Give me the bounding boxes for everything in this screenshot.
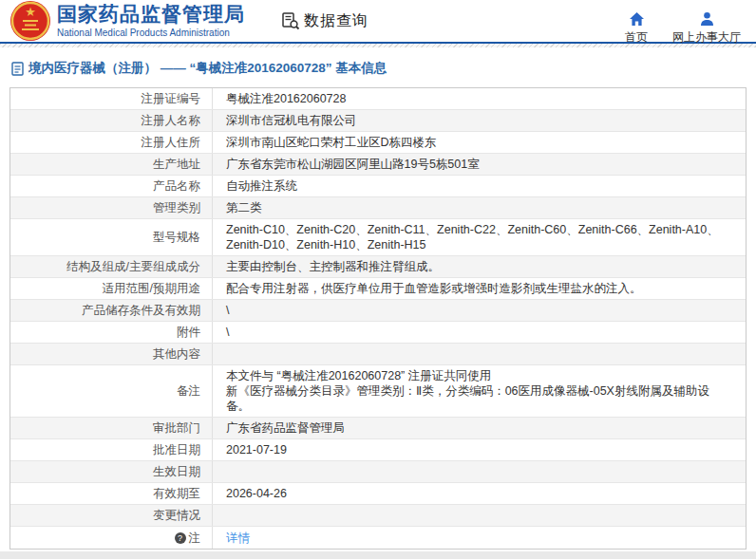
row-label: 生效日期: [10, 461, 213, 482]
row-label: 附件: [10, 322, 213, 343]
row-value: Zenith-C10、Zenith-C20、Zenith-C11、Zenith-…: [213, 219, 746, 255]
row-value: 详情: [213, 528, 746, 549]
row-label-text: 有效期至: [153, 486, 200, 501]
footer-strip: [0, 551, 756, 559]
row-value: 第二类: [213, 197, 746, 218]
row-value: 广东省东莞市松山湖园区阿里山路19号5栋501室: [213, 154, 746, 175]
table-row: 注册人住所深圳市南山区蛇口荣村工业区D栋四楼东: [10, 132, 746, 154]
table-row: 审批部门广东省药品监督管理局: [10, 418, 746, 439]
row-label: 批准日期: [10, 439, 213, 460]
row-label: 有效期至: [10, 483, 213, 504]
row-label: 其他内容: [10, 344, 213, 364]
row-label: 生产地址: [10, 154, 213, 175]
home-label: 首页: [625, 29, 648, 46]
row-value: 配合专用注射器，供医疗单位用于血管造影或增强时造影剂或生理盐水的注入。: [213, 278, 746, 299]
row-label: 型号规格: [10, 219, 213, 255]
table-row: 产品储存条件及有效期\: [10, 300, 746, 322]
row-value: 主要由控制台、主控制器和推注臂组成。: [213, 256, 746, 277]
table-row: 批准日期2021-07-19: [10, 439, 746, 461]
row-label-text: 注册人住所: [142, 135, 201, 150]
row-label-text: 批准日期: [153, 442, 200, 457]
row-label-text: 注册人名称: [142, 113, 201, 128]
row-value: 本文件与 “粤械注准20162060728” 注册证共同使用新《医疗器械分类目录…: [213, 365, 746, 417]
row-label: 注册人名称: [10, 110, 213, 131]
row-label-text: 适用范围/预期用途: [103, 281, 200, 296]
row-value: 深圳市信冠机电有限公司: [213, 110, 746, 131]
breadcrumb: 境内医疗器械（注册） —— “粤械注准20162060728” 基本信息: [0, 47, 756, 87]
table-row: ?注详情: [10, 527, 746, 549]
row-label-text: 生效日期: [153, 464, 200, 479]
row-value: 粤械注准20162060728: [213, 88, 746, 109]
row-label: 变更情况: [10, 505, 213, 526]
service-hall-nav[interactable]: 网上办事大厅: [672, 11, 741, 46]
home-nav[interactable]: 首页: [625, 11, 648, 46]
row-label: 产品储存条件及有效期: [10, 300, 213, 321]
data-query-nav[interactable]: 数据查询: [281, 11, 369, 31]
table-row: 生效日期: [10, 461, 746, 483]
national-emblem-logo: ★: [9, 0, 51, 42]
row-label: 产品名称: [10, 176, 213, 196]
row-label: 审批部门: [10, 418, 213, 438]
breadcrumb-text: 境内医疗器械（注册） —— “粤械注准20162060728” 基本信息: [28, 60, 387, 77]
data-query-label: 数据查询: [304, 11, 369, 31]
table-row: 其他内容: [10, 344, 746, 365]
table-row: 生产地址广东省东莞市松山湖园区阿里山路19号5栋501室: [10, 154, 746, 176]
row-label-text: 产品储存条件及有效期: [82, 303, 200, 318]
row-value-line: 本文件与 “粤械注准20162060728” 注册证共同使用: [226, 368, 732, 383]
row-value: 广东省药品监督管理局: [213, 418, 746, 438]
row-value: [213, 469, 746, 475]
row-label: 注册人住所: [10, 132, 213, 153]
row-value: 自动推注系统: [213, 176, 746, 196]
top-right-nav: 首页 网上办事大厅: [625, 11, 741, 46]
row-value-line: 新《医疗器械分类目录》管理类别：Ⅱ类，分类编码：06医用成像器械-05X射线附属…: [226, 383, 732, 414]
note-icon: ?: [175, 532, 186, 544]
org-names: 国家药品监督管理局 National Medical Products Admi…: [57, 3, 245, 39]
row-value: 2026-04-26: [213, 483, 746, 504]
row-value: \: [213, 300, 746, 321]
table-row: 注册人名称深圳市信冠机电有限公司: [10, 110, 746, 132]
info-table: 注册证编号粤械注准20162060728注册人名称深圳市信冠机电有限公司注册人住…: [9, 87, 747, 550]
row-label: 结构及组成/主要组成成分: [10, 256, 213, 277]
row-label-text: 其他内容: [153, 346, 200, 362]
row-label: 适用范围/预期用途: [10, 278, 213, 299]
table-row: 备注本文件与 “粤械注准20162060728” 注册证共同使用新《医疗器械分类…: [10, 365, 746, 418]
table-row: 变更情况: [10, 505, 746, 527]
page: ★ 国家药品监督管理局 National Medical Products Ad…: [0, 0, 756, 559]
row-value: [213, 512, 746, 518]
row-value: 深圳市南山区蛇口荣村工业区D栋四楼东: [213, 132, 746, 153]
row-label-text: 变更情况: [153, 508, 200, 523]
row-value: \: [213, 322, 746, 343]
row-label: 备注: [10, 365, 213, 417]
table-row: 适用范围/预期用途配合专用注射器，供医疗单位用于血管造影或增强时造影剂或生理盐水…: [10, 278, 746, 300]
document-icon: [11, 62, 24, 76]
table-row: 型号规格Zenith-C10、Zenith-C20、Zenith-C11、Zen…: [10, 219, 746, 256]
row-label-text: 生产地址: [153, 157, 200, 172]
service-hall-label: 网上办事大厅: [672, 29, 741, 46]
home-icon: [629, 11, 645, 27]
row-label-text: 结构及组成/主要组成成分: [66, 259, 200, 274]
svg-text:★: ★: [25, 5, 36, 19]
row-label-text: 管理类别: [153, 200, 200, 215]
row-value: [213, 351, 746, 357]
table-row: 附件\: [10, 322, 746, 344]
org-name-en: National Medical Products Administration: [57, 28, 245, 39]
row-label-text: 备注: [177, 383, 200, 399]
details-link[interactable]: 详情: [226, 531, 250, 545]
org-name-cn: 国家药品监督管理局: [57, 3, 245, 26]
row-value: 2021-07-19: [213, 439, 746, 460]
row-label-text: 注: [189, 531, 201, 546]
table-row: 结构及组成/主要组成成分主要由控制台、主控制器和推注臂组成。: [10, 256, 746, 278]
row-label: 管理类别: [10, 197, 213, 218]
row-label: 注册证编号: [10, 88, 213, 109]
data-query-icon: [281, 11, 300, 30]
row-label-text: 注册证编号: [142, 91, 201, 106]
table-row: 管理类别第二类: [10, 197, 746, 219]
table-row: 注册证编号粤械注准20162060728: [10, 88, 746, 110]
row-label-text: 附件: [177, 325, 200, 340]
row-label-text: 产品名称: [153, 178, 200, 194]
table-row: 产品名称自动推注系统: [10, 176, 746, 197]
row-label-text: 型号规格: [153, 230, 200, 245]
row-label: ?注: [10, 527, 213, 549]
person-icon: [699, 11, 715, 27]
row-label-text: 审批部门: [153, 420, 200, 436]
